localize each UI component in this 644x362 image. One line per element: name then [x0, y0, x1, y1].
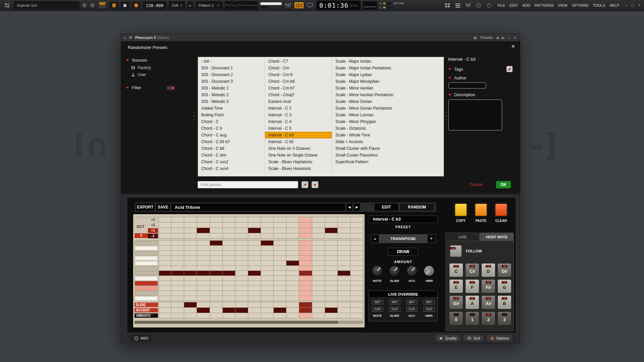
seq-cell[interactable] [159, 241, 171, 246]
set-button[interactable]: SET [372, 300, 383, 305]
resize-handle[interactable] [445, 112, 447, 120]
seq-cell[interactable] [248, 266, 261, 271]
close-button[interactable]: × [514, 35, 516, 40]
seq-cell[interactable] [261, 308, 274, 313]
seq-cell[interactable] [197, 228, 210, 233]
seq-cell[interactable] [184, 256, 197, 261]
preset-item[interactable]: Chord - C b5 b7 [198, 138, 265, 145]
seq-cell[interactable] [197, 313, 210, 318]
seq-cell[interactable] [325, 276, 338, 281]
preset-item[interactable]: Scale - Major Ionian Pentatonic [332, 65, 444, 71]
seq-cell[interactable] [248, 291, 261, 296]
seq-cell[interactable] [325, 217, 338, 223]
seq-cell[interactable] [274, 241, 286, 246]
main-menu-icon[interactable] [3, 2, 11, 9]
presets-label[interactable]: Presets [480, 36, 492, 40]
playback-position-bar[interactable] [260, 2, 282, 9]
seq-cell[interactable] [325, 302, 338, 308]
seq-cell[interactable] [286, 276, 299, 281]
preset-item[interactable]: Superficial Pattern [332, 159, 444, 165]
seq-cell[interactable] [312, 286, 325, 291]
seq-cell[interactable] [197, 276, 210, 281]
seq-cell[interactable] [197, 217, 210, 223]
seq-cell[interactable] [184, 302, 197, 308]
seq-cell[interactable] [159, 251, 171, 256]
close-button[interactable]: × [638, 3, 641, 8]
gui-button[interactable]: GUI [463, 335, 484, 342]
seq-cell[interactable] [248, 261, 261, 266]
seq-cell[interactable] [274, 313, 286, 318]
seq-cell[interactable] [210, 246, 223, 251]
close-icon[interactable]: × [511, 43, 515, 50]
seq-cell[interactable] [325, 296, 338, 301]
seq-cell[interactable] [159, 271, 171, 276]
seq-cell[interactable] [351, 223, 363, 228]
seq-cell[interactable] [325, 246, 338, 251]
seq-cell[interactable] [223, 217, 235, 223]
seq-cell[interactable] [325, 281, 338, 286]
preset-item[interactable]: Scale - Whole Tone [332, 132, 444, 138]
seq-cell[interactable] [351, 296, 363, 301]
amount-knob[interactable] [406, 265, 418, 277]
seq-cell[interactable] [197, 302, 210, 308]
seq-cell[interactable] [351, 246, 363, 251]
host-note-key[interactable]: 0 [449, 311, 463, 325]
seq-cell[interactable] [312, 276, 325, 281]
preset-item[interactable]: Small Cluster with Flavor [332, 145, 444, 152]
seq-cell[interactable] [274, 217, 286, 223]
seq-cell[interactable] [184, 228, 197, 233]
filter-toggle[interactable] [167, 86, 175, 90]
seq-cell[interactable] [299, 256, 312, 261]
main-volume-knob[interactable] [82, 3, 88, 8]
seq-cell[interactable] [312, 251, 325, 256]
host-note-key[interactable]: D [481, 263, 495, 277]
menu-item[interactable]: FILE [497, 3, 505, 7]
seq-cell[interactable] [299, 291, 312, 296]
seq-cell[interactable] [235, 233, 248, 239]
seq-cell[interactable] [235, 308, 248, 313]
ok-button[interactable]: OK [496, 181, 511, 188]
seq-cell[interactable] [338, 281, 351, 286]
playlist-icon[interactable] [443, 2, 451, 9]
preset-item[interactable]: Chord - C b6 [198, 145, 265, 152]
seq-cell[interactable] [159, 302, 171, 308]
seq-cell[interactable] [223, 266, 235, 271]
author-field[interactable] [448, 82, 486, 88]
seq-cell[interactable] [338, 291, 351, 296]
seq-cell[interactable] [351, 281, 363, 286]
seq-cell[interactable] [286, 228, 299, 233]
seq-cell[interactable] [197, 246, 210, 251]
seq-cell[interactable] [261, 246, 274, 251]
seq-cell[interactable] [184, 246, 197, 251]
mixer-view-icon[interactable] [464, 2, 472, 9]
preset-item[interactable]: Scale - Minor Dorian Pentatonic [332, 105, 444, 112]
seq-cell[interactable] [338, 302, 351, 308]
seq-cell[interactable] [197, 256, 210, 261]
seq-cell[interactable] [338, 276, 351, 281]
seq-cell[interactable] [312, 302, 325, 308]
seq-cell[interactable] [351, 266, 363, 271]
seq-cell[interactable] [171, 223, 184, 228]
seq-cell[interactable] [325, 308, 338, 313]
tab-live[interactable]: LIVE [445, 233, 480, 241]
preset-item[interactable]: 303 - Dissonant 1 [198, 65, 265, 71]
seq-cell[interactable] [197, 241, 210, 246]
seq-cell[interactable] [312, 291, 325, 296]
seq-cell[interactable] [184, 286, 197, 291]
preset-item[interactable]: Chord - Cm 6 [265, 71, 332, 78]
preset-item[interactable]: One Note on 3 Octaves [265, 145, 332, 152]
seq-cell[interactable] [197, 271, 210, 276]
seq-cell[interactable] [261, 223, 274, 228]
maximize-button[interactable]: □ [632, 3, 634, 8]
seq-cell[interactable] [159, 228, 171, 233]
author-header[interactable]: Author [448, 76, 515, 80]
seq-cell[interactable] [184, 241, 197, 246]
menu-item[interactable]: EDIT [509, 3, 518, 7]
seq-cell[interactable] [274, 308, 286, 313]
seq-cell[interactable] [210, 308, 223, 313]
seq-cell[interactable] [312, 256, 325, 261]
preset-item[interactable]: Scale - Blues Hexatonic [265, 165, 332, 172]
channel-rack-icon[interactable] [454, 2, 462, 9]
seq-cell[interactable] [325, 256, 338, 261]
clear-button[interactable]: CLR [423, 307, 435, 312]
